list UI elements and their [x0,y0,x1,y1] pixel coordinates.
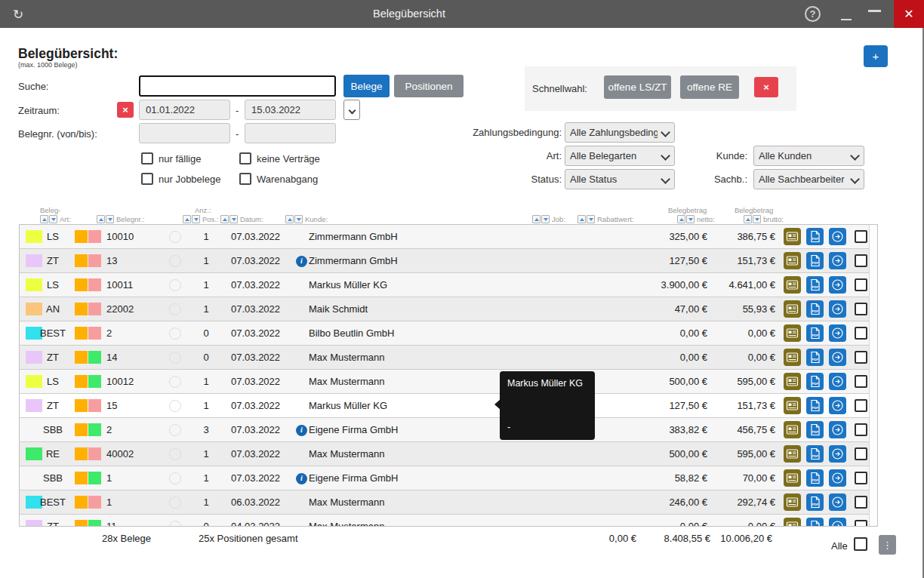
row-checkbox[interactable] [855,327,867,340]
sort-belegnr-desc-icon[interactable] [106,215,114,223]
row-checkbox[interactable] [855,254,867,267]
row-checkbox[interactable] [855,496,867,509]
beleg-details-button[interactable] [784,469,801,487]
table-row[interactable]: AN 22002 1 07.03.2022 Maik Schmidt 47,00… [20,297,869,321]
open-beleg-button[interactable] [829,349,846,366]
sort-kunde-asc-icon[interactable] [285,215,294,223]
zeitraum-to-input[interactable] [245,100,336,120]
offene-re-button[interactable]: offene RE [680,75,739,99]
table-row[interactable]: BEST 1 1 06.03.2022 Max Mustermann 246,0… [20,490,869,515]
kunde-select[interactable]: Alle Kunden [753,146,864,166]
beleg-details-button[interactable] [784,228,801,245]
pdf-button[interactable]: PDF [806,518,824,526]
sort-rabatt-desc-icon[interactable] [587,215,595,223]
row-checkbox[interactable] [855,447,867,460]
table-row[interactable]: LS 10012 1 07.03.2022 Max Mustermann 500… [20,370,869,394]
table-row[interactable]: ZT 11 0 04.03.2022 Max Mustermann 0,00 €… [20,515,869,526]
sort-kunde-desc-icon[interactable] [294,215,303,223]
open-beleg-button[interactable] [829,397,846,414]
belegnr-to-input[interactable] [245,123,336,143]
pdf-button[interactable]: PDF [806,228,824,245]
pdf-button[interactable]: PDF [806,324,824,342]
sort-job-asc-icon[interactable] [532,215,541,223]
pdf-button[interactable]: PDF [806,252,824,269]
sort-brutto-desc-icon[interactable] [753,215,761,223]
close-button[interactable]: ✕ [894,0,924,28]
row-checkbox[interactable] [855,230,867,243]
art-select[interactable]: Alle Belegarten [565,146,675,166]
table-row[interactable]: RE 40002 1 07.03.2022 Max Mustermann 500… [20,442,869,466]
row-checkbox[interactable] [855,278,867,291]
open-beleg-button[interactable] [829,373,846,390]
beleg-details-button[interactable] [784,421,801,438]
beleg-details-button[interactable] [784,397,801,414]
info-icon[interactable] [296,256,307,267]
beleg-details-button[interactable] [784,324,801,342]
row-checkbox[interactable] [855,303,867,315]
sachb-select[interactable]: Alle Sachbearbeiter [753,169,864,189]
belege-button[interactable]: Belege [343,75,390,97]
sort-brutto-asc-icon[interactable] [744,215,752,223]
help-icon[interactable]: ? [805,6,821,22]
sort-art-asc-icon[interactable] [40,215,48,223]
pdf-button[interactable]: PDF [806,373,824,390]
beleg-details-button[interactable] [784,276,801,294]
pdf-button[interactable]: PDF [806,445,824,463]
sort-datum-asc-icon[interactable] [220,215,229,223]
sort-pos-asc-icon[interactable] [183,215,191,223]
row-checkbox[interactable] [855,520,867,526]
zeitraum-from-input[interactable] [139,100,230,120]
open-beleg-button[interactable] [829,300,846,318]
open-beleg-button[interactable] [829,518,846,526]
row-checkbox[interactable] [855,375,867,388]
table-row[interactable]: ZT 13 1 07.03.2022 Zimmermann GmbH 127,5… [20,249,869,273]
table-row[interactable]: LS 10010 1 07.03.2022 Zimmermann GmbH 32… [20,225,869,249]
pdf-button[interactable]: PDF [806,421,824,438]
beleg-details-button[interactable] [784,300,801,318]
row-checkbox[interactable] [855,423,867,436]
positionen-button[interactable]: Positionen [394,75,464,97]
table-scrollbar[interactable] [869,225,877,526]
add-button[interactable]: + [864,45,888,67]
sort-rabatt-asc-icon[interactable] [578,215,586,223]
pdf-button[interactable]: PDF [806,349,824,366]
nur-jobbelege-checkbox[interactable] [141,173,153,185]
open-beleg-button[interactable] [829,228,846,245]
keine-vertraege-checkbox[interactable] [239,152,251,164]
table-row[interactable]: SBB 2 3 07.03.2022 Eigene Firma GmbH 383… [20,418,869,442]
sort-art-desc-icon[interactable] [49,215,57,223]
warenabgang-checkbox[interactable] [239,173,251,185]
table-row[interactable]: SBB 1 1 07.03.2022 Eigene Firma GmbH 58,… [20,466,869,490]
beleg-details-button[interactable] [784,445,801,463]
zahlungsbedingung-select[interactable]: Alle Zahlungsbedingungen [565,122,675,143]
beleg-details-button[interactable] [784,252,801,269]
belegnr-from-input[interactable] [139,123,230,143]
sort-belegnr-asc-icon[interactable] [97,215,105,223]
info-icon[interactable] [296,473,307,484]
sort-job-desc-icon[interactable] [541,215,550,223]
open-beleg-button[interactable] [829,324,846,342]
status-select[interactable]: Alle Status [565,169,675,189]
open-beleg-button[interactable] [829,469,846,487]
open-beleg-button[interactable] [829,445,846,463]
sort-netto-asc-icon[interactable] [677,215,685,223]
beleg-details-button[interactable] [784,493,801,511]
pdf-button[interactable]: PDF [806,300,824,318]
search-input[interactable] [139,75,336,97]
table-row[interactable]: ZT 15 1 07.03.2022 Markus Müller KG 127,… [20,394,869,418]
open-beleg-button[interactable] [829,493,846,511]
row-checkbox[interactable] [855,399,867,412]
zeitraum-clear-icon[interactable] [117,102,134,118]
beleg-details-button[interactable] [784,518,801,526]
beleg-details-button[interactable] [784,373,801,390]
table-row[interactable]: ZT 14 0 07.03.2022 Max Mustermann 0,00 €… [20,346,869,370]
row-checkbox[interactable] [855,351,867,364]
open-beleg-button[interactable] [829,252,846,269]
pdf-button[interactable]: PDF [806,276,824,294]
minimize-button[interactable] [841,8,859,21]
row-checkbox[interactable] [855,472,867,484]
beleg-details-button[interactable] [784,349,801,366]
schnellwahl-clear-icon[interactable] [754,77,778,97]
info-icon[interactable] [296,425,307,436]
sort-pos-desc-icon[interactable] [192,215,200,223]
